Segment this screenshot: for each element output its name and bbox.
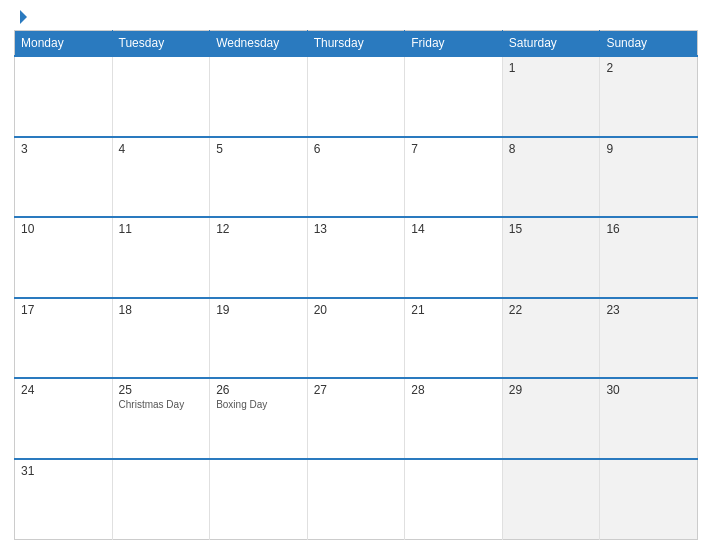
event-label: Christmas Day [119,399,204,410]
calendar-cell [112,459,210,540]
week-row-0: 12 [15,56,698,137]
week-row-3: 17181920212223 [15,298,698,379]
calendar-cell: 18 [112,298,210,379]
calendar-cell: 7 [405,137,503,218]
calendar-cell: 26Boxing Day [210,378,308,459]
calendar-cell: 2 [600,56,698,137]
calendar-cell [112,56,210,137]
day-number: 19 [216,303,301,317]
weekday-header-row: MondayTuesdayWednesdayThursdayFridaySatu… [15,31,698,57]
logo-triangle-icon [20,10,27,24]
day-number: 3 [21,142,106,156]
logo [16,10,27,24]
calendar-cell: 30 [600,378,698,459]
calendar-cell: 31 [15,459,113,540]
calendar-cell: 22 [502,298,600,379]
calendar-cell: 4 [112,137,210,218]
day-number: 22 [509,303,594,317]
calendar-cell: 23 [600,298,698,379]
calendar-cell: 11 [112,217,210,298]
day-number: 6 [314,142,399,156]
calendar-cell: 21 [405,298,503,379]
calendar-cell: 24 [15,378,113,459]
day-number: 15 [509,222,594,236]
calendar-cell: 17 [15,298,113,379]
day-number: 18 [119,303,204,317]
calendar-cell [210,459,308,540]
day-number: 31 [21,464,106,478]
calendar-cell: 9 [600,137,698,218]
calendar-cell: 12 [210,217,308,298]
calendar-cell [307,459,405,540]
calendar-cell: 25Christmas Day [112,378,210,459]
day-number: 29 [509,383,594,397]
day-number: 7 [411,142,496,156]
calendar-cell: 8 [502,137,600,218]
calendar-cell: 19 [210,298,308,379]
day-number: 24 [21,383,106,397]
calendar-cell: 15 [502,217,600,298]
day-number: 26 [216,383,301,397]
calendar-cell: 16 [600,217,698,298]
day-number: 4 [119,142,204,156]
weekday-header-saturday: Saturday [502,31,600,57]
week-row-2: 10111213141516 [15,217,698,298]
week-row-4: 2425Christmas Day26Boxing Day27282930 [15,378,698,459]
calendar-cell: 5 [210,137,308,218]
day-number: 10 [21,222,106,236]
calendar-cell [600,459,698,540]
calendar-cell: 20 [307,298,405,379]
day-number: 25 [119,383,204,397]
calendar-cell: 27 [307,378,405,459]
day-number: 9 [606,142,691,156]
calendar-cell: 1 [502,56,600,137]
week-row-1: 3456789 [15,137,698,218]
week-row-5: 31 [15,459,698,540]
day-number: 16 [606,222,691,236]
day-number: 23 [606,303,691,317]
day-number: 8 [509,142,594,156]
calendar-cell: 13 [307,217,405,298]
day-number: 27 [314,383,399,397]
calendar-cell: 14 [405,217,503,298]
day-number: 5 [216,142,301,156]
day-number: 1 [509,61,594,75]
day-number: 20 [314,303,399,317]
day-number: 21 [411,303,496,317]
calendar-cell: 6 [307,137,405,218]
day-number: 17 [21,303,106,317]
day-number: 14 [411,222,496,236]
day-number: 11 [119,222,204,236]
calendar-cell: 3 [15,137,113,218]
calendar-cell [502,459,600,540]
day-number: 2 [606,61,691,75]
calendar-cell: 28 [405,378,503,459]
calendar-cell [307,56,405,137]
logo-blue-text [16,10,27,24]
calendar-cell [210,56,308,137]
calendar-header [14,10,698,24]
weekday-header-friday: Friday [405,31,503,57]
calendar-table: MondayTuesdayWednesdayThursdayFridaySatu… [14,30,698,540]
day-number: 13 [314,222,399,236]
calendar-cell [15,56,113,137]
weekday-header-tuesday: Tuesday [112,31,210,57]
calendar-cell [405,56,503,137]
event-label: Boxing Day [216,399,301,410]
calendar-cell: 29 [502,378,600,459]
day-number: 30 [606,383,691,397]
day-number: 12 [216,222,301,236]
calendar-cell: 10 [15,217,113,298]
weekday-header-thursday: Thursday [307,31,405,57]
day-number: 28 [411,383,496,397]
weekday-header-wednesday: Wednesday [210,31,308,57]
weekday-header-monday: Monday [15,31,113,57]
calendar-wrapper: MondayTuesdayWednesdayThursdayFridaySatu… [0,0,712,550]
weekday-header-sunday: Sunday [600,31,698,57]
calendar-cell [405,459,503,540]
